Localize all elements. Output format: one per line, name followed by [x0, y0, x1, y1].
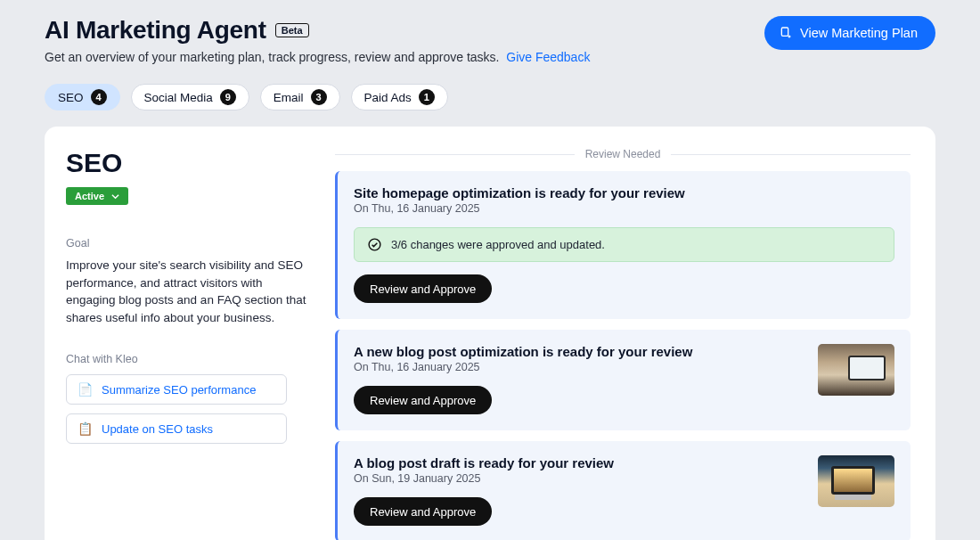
approval-text: 3/6 changes were approved and updated. — [391, 238, 605, 251]
view-plan-label: View Marketing Plan — [800, 26, 918, 40]
review-card: A blog post draft is ready for your revi… — [335, 441, 911, 540]
page-subtitle: Get an overview of your marketing plan, … — [45, 50, 590, 64]
status-dropdown[interactable]: Active — [66, 187, 128, 205]
status-label: Active — [75, 191, 104, 201]
card-thumbnail — [818, 344, 894, 396]
check-circle-icon — [367, 237, 382, 252]
approval-status-banner: 3/6 changes were approved and updated. — [354, 227, 894, 262]
review-approve-button[interactable]: Review and Approve — [354, 497, 492, 526]
card-title: A blog post draft is ready for your revi… — [354, 455, 804, 470]
review-heading: Review Needed — [585, 148, 661, 160]
chat-update-tasks-button[interactable]: 📋 Update on SEO tasks — [66, 413, 287, 444]
tab-count: 9 — [220, 89, 236, 105]
section-title: SEO — [66, 148, 308, 178]
goal-text: Improve your site's search visibility an… — [66, 257, 308, 326]
tab-count: 1 — [419, 89, 435, 105]
document-icon: 📄 — [78, 382, 93, 397]
chat-btn-label: Update on SEO tasks — [102, 422, 213, 436]
goal-heading: Goal — [66, 237, 308, 250]
view-marketing-plan-button[interactable]: View Marketing Plan — [764, 16, 935, 50]
tab-count: 3 — [311, 89, 327, 105]
card-thumbnail — [818, 455, 894, 507]
document-sparkle-icon — [779, 26, 793, 40]
review-approve-button[interactable]: Review and Approve — [354, 274, 492, 303]
tab-social-media[interactable]: Social Media 9 — [131, 84, 249, 110]
card-date: On Sun, 19 January 2025 — [354, 472, 804, 485]
svg-point-1 — [369, 239, 380, 250]
svg-rect-0 — [781, 28, 788, 36]
review-needed-divider: Review Needed — [335, 148, 911, 160]
card-title: A new blog post optimization is ready fo… — [354, 344, 804, 359]
subtitle-text: Get an overview of your marketing plan, … — [45, 50, 499, 64]
tab-seo[interactable]: SEO 4 — [45, 84, 120, 110]
card-date: On Thu, 16 January 2025 — [354, 202, 894, 215]
card-title: Site homepage optimization is ready for … — [354, 185, 894, 200]
chat-summarize-seo-button[interactable]: 📄 Summarize SEO performance — [66, 374, 287, 405]
tab-label: SEO — [58, 91, 84, 104]
chevron-down-icon — [111, 192, 119, 200]
review-card: A new blog post optimization is ready fo… — [335, 330, 911, 430]
give-feedback-link[interactable]: Give Feedback — [506, 50, 590, 64]
tab-label: Email — [274, 91, 304, 104]
beta-badge: Beta — [275, 23, 309, 37]
clipboard-icon: 📋 — [78, 421, 93, 436]
tab-count: 4 — [91, 89, 107, 105]
tab-label: Social Media — [144, 91, 213, 104]
chat-btn-label: Summarize SEO performance — [102, 383, 256, 397]
review-approve-button[interactable]: Review and Approve — [354, 386, 492, 414]
tab-paid-ads[interactable]: Paid Ads 1 — [351, 84, 448, 110]
review-card: Site homepage optimization is ready for … — [335, 171, 911, 319]
page-title: AI Marketing Agent — [45, 16, 266, 45]
tab-label: Paid Ads — [364, 91, 412, 104]
chat-heading: Chat with Kleo — [66, 353, 308, 365]
card-date: On Thu, 16 January 2025 — [354, 361, 804, 373]
category-tabs: SEO 4 Social Media 9 Email 3 Paid Ads 1 — [45, 84, 935, 110]
tab-email[interactable]: Email 3 — [260, 84, 340, 110]
